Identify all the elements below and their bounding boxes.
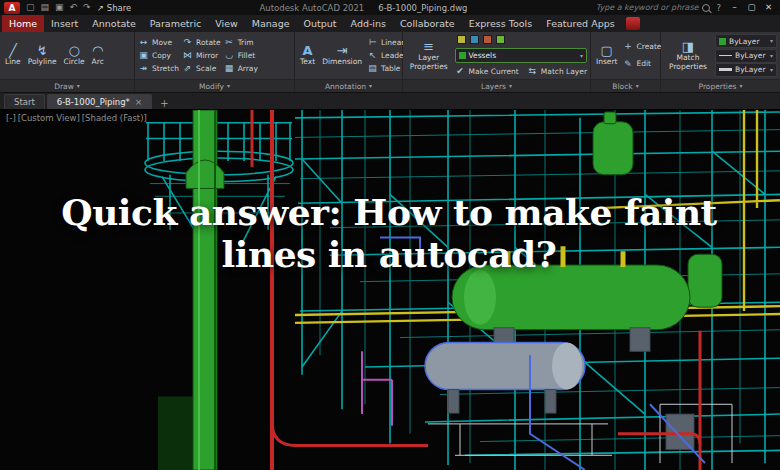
panel-draw-body: ╱ Line ↯ Polyline ○ Circle ◠ Arc — [0, 32, 134, 79]
tab-view[interactable]: View — [208, 15, 245, 32]
linear-button[interactable]: ⊢Linear — [367, 38, 407, 47]
tab-output[interactable]: Output — [297, 15, 344, 32]
trim-button[interactable]: ✂Trim — [224, 38, 258, 47]
tab-home[interactable]: Home — [2, 15, 44, 32]
move-button[interactable]: ↔Move — [138, 38, 179, 47]
tab-annotate[interactable]: Annotate — [85, 15, 142, 32]
panel-annotation-title: Annotation — [325, 82, 366, 91]
table-label: Table — [381, 65, 400, 73]
circle-button[interactable]: ○ Circle — [62, 34, 87, 77]
search-input[interactable]: Type a keyword or phrase — [596, 3, 711, 12]
layer-off-icon[interactable] — [457, 35, 466, 44]
stretch-button[interactable]: ↠Stretch — [138, 64, 179, 73]
open-file-icon[interactable]: ▤ — [41, 3, 50, 12]
make-current-button[interactable]: ✔Make Current — [455, 67, 519, 76]
start-tab[interactable]: Start — [4, 94, 45, 109]
layer-isolate-icon[interactable] — [496, 35, 505, 44]
search-placeholder: Type a keyword or phrase — [596, 3, 699, 12]
dimension-icon: ⇥ — [337, 44, 348, 57]
panel-annotation-footer[interactable]: Annotation ▾ — [295, 79, 402, 92]
tab-addins[interactable]: Add-ins — [344, 15, 393, 32]
text-button[interactable]: A Text — [298, 34, 317, 77]
chevron-down-icon: ▾ — [770, 53, 773, 59]
undo-icon[interactable]: ↶ — [70, 3, 78, 12]
panel-draw-footer[interactable]: Draw ▾ — [0, 79, 134, 92]
viewport-menu-control[interactable]: [-] — [6, 113, 16, 123]
new-file-icon[interactable]: ▢ — [26, 3, 35, 12]
panel-properties: ◨ Match Properties ByLayer ▾ ByLayer ▾ — [661, 32, 780, 92]
layer-properties-label: Layer Properties — [408, 54, 450, 71]
drawing-viewport[interactable]: [-] [Custom View] [Shaded (Fast)] — [0, 110, 780, 470]
viewport-visual-style-control[interactable]: [Shaded (Fast)] — [82, 113, 147, 123]
panel-block-footer[interactable]: Block ▾ — [591, 79, 660, 92]
modify-col-3: ✂Trim ◡Fillet ▦Array — [224, 34, 258, 77]
tab-insert[interactable]: Insert — [44, 15, 85, 32]
minimize-button[interactable]: – — [727, 2, 742, 14]
properties-controls: ByLayer ▾ ByLayer ▾ ByLayer ▾ — [715, 34, 777, 77]
panel-layers-footer[interactable]: Layers ▾ — [403, 79, 590, 92]
chevron-down-icon: ▾ — [739, 83, 742, 89]
block-col: +Create ✎Edit — [623, 34, 662, 77]
dimension-button[interactable]: ⇥ Dimension — [320, 34, 364, 77]
move-icon: ↔ — [138, 38, 149, 47]
array-button[interactable]: ▦Array — [224, 64, 258, 73]
tab-parametric[interactable]: Parametric — [143, 15, 208, 32]
tab-collaborate[interactable]: Collaborate — [393, 15, 462, 32]
match-layer-button[interactable]: ⇆Match Layer — [527, 67, 587, 76]
autocad-logo[interactable]: A — [4, 2, 20, 14]
leader-button[interactable]: ↖Leader — [367, 51, 407, 60]
match-properties-icon: ◨ — [682, 40, 694, 53]
scale-button[interactable]: ⇗Scale — [182, 64, 221, 73]
rotate-button[interactable]: ↷Rotate — [182, 38, 221, 47]
line-label: Line — [5, 58, 21, 66]
new-tab-icon[interactable]: + — [154, 98, 174, 109]
help-icon[interactable]: ? — [716, 3, 721, 13]
make-current-icon: ✔ — [455, 67, 466, 76]
layer-lock-icon[interactable] — [483, 35, 492, 44]
close-tab-icon[interactable]: × — [135, 98, 143, 107]
window-controls: – ▢ ✕ — [727, 2, 776, 14]
search-icon — [702, 4, 710, 12]
redo-icon[interactable]: ↷ — [83, 3, 91, 12]
panel-properties-footer[interactable]: Properties ▾ — [661, 79, 780, 92]
panel-block-body: ▢ Insert +Create ✎Edit — [591, 32, 660, 79]
share-button[interactable]: ↗ Share — [97, 3, 132, 13]
close-button[interactable]: ✕ — [761, 2, 776, 14]
fillet-button[interactable]: ◡Fillet — [224, 51, 258, 60]
arc-label: Arc — [92, 58, 104, 66]
linear-icon: ⊢ — [367, 38, 378, 47]
layer-properties-button[interactable]: ≡ Layer Properties — [406, 34, 452, 77]
polyline-button[interactable]: ↯ Polyline — [26, 34, 59, 77]
drawing-tab-label: 6-B-1000_Piping* — [57, 97, 130, 107]
current-layer-dropdown[interactable]: Vessels ▾ — [455, 48, 588, 63]
match-properties-button[interactable]: ◨ Match Properties — [664, 34, 712, 77]
arc-button[interactable]: ◠ Arc — [90, 34, 106, 77]
linetype-dropdown[interactable]: ByLayer ▾ — [715, 49, 777, 63]
lineweight-dropdown[interactable]: ByLayer ▾ — [715, 63, 777, 77]
copy-icon: ▣ — [138, 51, 149, 60]
drawing-tab[interactable]: 6-B-1000_Piping* × — [47, 94, 153, 109]
circle-label: Circle — [64, 58, 85, 66]
tab-express-tools[interactable]: Express Tools — [462, 15, 540, 32]
tab-manage[interactable]: Manage — [245, 15, 297, 32]
maximize-button[interactable]: ▢ — [744, 2, 759, 14]
viewport-view-control[interactable]: [Custom View] — [18, 113, 80, 123]
linetype-value: ByLayer — [735, 51, 766, 60]
layer-properties-icon: ≡ — [423, 40, 434, 53]
copy-button[interactable]: ▣Copy — [138, 51, 179, 60]
titlebar-right: Type a keyword or phrase ? – ▢ ✕ — [596, 2, 776, 14]
chevron-down-icon: ▾ — [636, 83, 639, 89]
linear-label: Linear — [381, 39, 404, 47]
layer-freeze-icon[interactable] — [470, 35, 479, 44]
create-block-button[interactable]: +Create — [623, 42, 662, 51]
mirror-button[interactable]: ⋈Mirror — [182, 51, 221, 60]
object-color-dropdown[interactable]: ByLayer ▾ — [715, 34, 777, 48]
edit-block-button[interactable]: ✎Edit — [623, 60, 662, 69]
tab-featured-apps[interactable]: Featured Apps — [539, 15, 621, 32]
ribbon-app-badge-icon[interactable] — [626, 17, 640, 30]
table-button[interactable]: ▤Table — [367, 64, 407, 73]
insert-block-button[interactable]: ▢ Insert — [594, 34, 620, 77]
line-button[interactable]: ╱ Line — [3, 34, 23, 77]
save-icon[interactable]: ▣ — [55, 3, 64, 12]
panel-modify-footer[interactable]: Modify ▾ — [135, 79, 294, 92]
